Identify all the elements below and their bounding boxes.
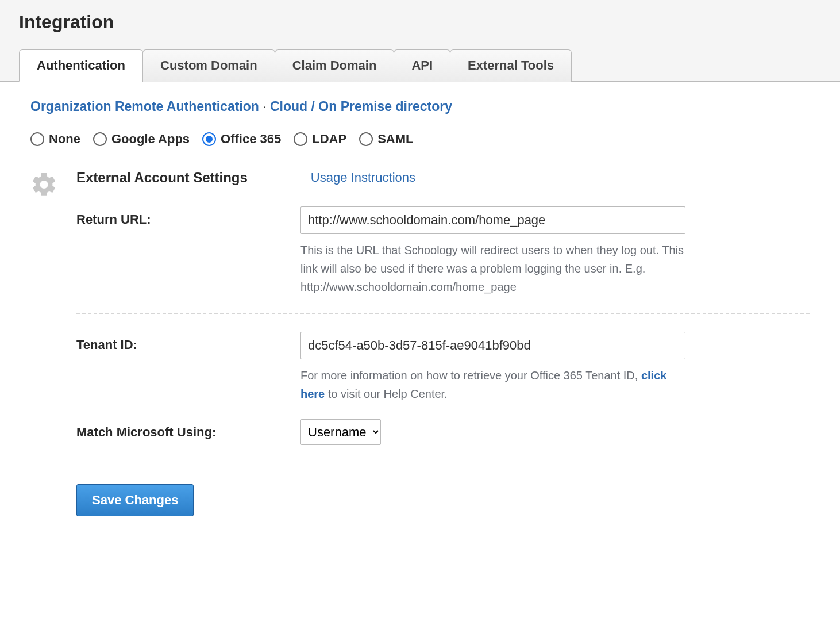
radio-label: Office 365 <box>221 132 281 147</box>
gear-icon <box>30 171 58 198</box>
tenant-id-help-post: to visit our Help Center. <box>325 388 447 400</box>
radio-option-ldap[interactable]: LDAP <box>294 132 346 147</box>
tab-content: Organization Remote Authentication · Clo… <box>0 82 840 539</box>
radio-icon <box>359 132 373 146</box>
tab-custom-domain[interactable]: Custom Domain <box>142 49 275 82</box>
breadcrumb-separator: · <box>263 99 266 114</box>
tab-external-tools[interactable]: External Tools <box>450 49 572 82</box>
tenant-id-help: For more information on how to retrieve … <box>300 366 685 403</box>
divider <box>76 313 810 314</box>
tab-claim-domain[interactable]: Claim Domain <box>275 49 395 82</box>
radio-option-google-apps[interactable]: Google Apps <box>93 132 190 147</box>
page-title: Integration <box>19 11 840 33</box>
tab-authentication[interactable]: Authentication <box>19 49 143 82</box>
radio-icon <box>30 132 44 146</box>
radio-label: Google Apps <box>111 132 190 147</box>
radio-icon <box>202 132 216 146</box>
breadcrumb-cloud-directory[interactable]: Cloud / On Premise directory <box>270 99 452 114</box>
radio-icon <box>294 132 307 146</box>
radio-label: SAML <box>377 132 413 147</box>
breadcrumb-org-remote-auth[interactable]: Organization Remote Authentication <box>30 99 259 114</box>
radio-label: LDAP <box>312 132 346 147</box>
return-url-label: Return URL: <box>76 206 300 227</box>
tenant-id-help-pre: For more information on how to retrieve … <box>300 369 641 382</box>
match-microsoft-label: Match Microsoft Using: <box>76 419 300 440</box>
radio-icon <box>93 132 107 146</box>
radio-option-saml[interactable]: SAML <box>359 132 413 147</box>
match-microsoft-select[interactable]: Username <box>300 419 381 445</box>
usage-instructions-link[interactable]: Usage Instructions <box>311 170 415 185</box>
tab-api[interactable]: API <box>394 49 450 82</box>
radio-label: None <box>49 132 80 147</box>
radio-option-none[interactable]: None <box>30 132 80 147</box>
return-url-input[interactable] <box>300 206 685 234</box>
auth-type-radio-group: None Google Apps Office 365 LDAP SAML <box>30 132 810 147</box>
external-account-settings-heading: External Account Settings <box>76 170 248 186</box>
tenant-id-input[interactable] <box>300 332 685 359</box>
tabs-container: Authentication Custom Domain Claim Domai… <box>19 49 840 82</box>
return-url-help: This is the URL that Schoology will redi… <box>300 241 685 296</box>
save-changes-button[interactable]: Save Changes <box>76 484 194 516</box>
breadcrumb: Organization Remote Authentication · Clo… <box>30 99 810 114</box>
radio-option-office-365[interactable]: Office 365 <box>202 132 281 147</box>
tenant-id-label: Tenant ID: <box>76 332 300 352</box>
